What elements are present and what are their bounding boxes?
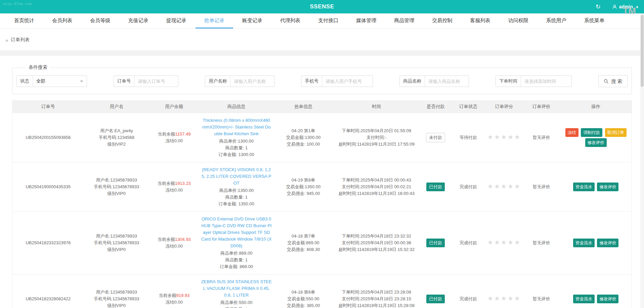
- tab-member-list[interactable]: 会员列表: [43, 13, 81, 29]
- quantity-line: 商品数量: 1: [201, 306, 271, 308]
- tab-grab-order-records[interactable]: 抢单记录: [196, 13, 233, 29]
- balance-line: 当前余额1157.49: [151, 131, 197, 138]
- table-row: UB2504182328082422 用户名:12345678933 手机号码:…: [12, 274, 632, 308]
- col-username: 用户名: [84, 101, 149, 113]
- quantity-line: 商品数量: 1: [201, 145, 271, 151]
- order-time-input[interactable]: [521, 76, 571, 87]
- trade-amount-line: 交易金额:1300.00: [276, 134, 331, 141]
- search-button[interactable]: 搜 索: [598, 75, 628, 87]
- phone-line: 手机号码:1234568: [86, 134, 147, 141]
- tab-access-permissions[interactable]: 访问权限: [500, 13, 537, 29]
- search-panel: 条件搜索 状态 全部 订单号 用户名称 手机号: [12, 64, 632, 94]
- fund-flow-button[interactable]: 资金流水: [573, 239, 595, 247]
- col-actions: 操作: [560, 101, 632, 113]
- tab-withdraw-records[interactable]: 提现记录: [158, 13, 195, 29]
- order-no-input[interactable]: [134, 76, 178, 87]
- fund-flow-button[interactable]: 资金流水: [573, 295, 595, 303]
- balance-line: 当前余额919.93: [151, 292, 197, 299]
- level-line: 级别VIP0: [86, 246, 147, 253]
- tab-member-level[interactable]: 会员等级: [81, 13, 119, 29]
- main-nav: 首页统计 会员列表 会员等级 充值记录 提现记录 抢单记录 账变记录 代理列表 …: [0, 13, 644, 29]
- level-line: 级别VIP2: [86, 141, 147, 148]
- order-no-field-group: 订单号: [114, 75, 179, 87]
- order-review-text: 暂无评价: [533, 240, 550, 245]
- grab-seq-line: 04-19 第8单: [276, 177, 331, 184]
- user-name-input[interactable]: [230, 76, 274, 87]
- breadcrumb: » 订单列表: [0, 29, 644, 50]
- tab-recharge-records[interactable]: 充值记录: [119, 13, 157, 29]
- col-time: 时间: [333, 101, 420, 113]
- product-name-field-group: 商品名称: [399, 75, 469, 87]
- edit-review-button[interactable]: 修改评价: [585, 138, 607, 147]
- refresh-icon[interactable]: ↻: [596, 4, 601, 10]
- order-status-text: 完成付款: [460, 296, 477, 301]
- search-panel-legend: 条件搜索: [26, 64, 50, 70]
- product-link[interactable]: ORICO External DVD Drive USB3.0 HUB Type…: [201, 216, 271, 249]
- orders-table: 订单号 用户名 用户余额 商品信息 抢单信息 时间 是否付款 订单状态 订单评分…: [12, 100, 632, 308]
- order-review-text: 暂无评价: [533, 296, 550, 301]
- caret-down-icon: [80, 81, 83, 84]
- edit-review-button[interactable]: 修改评价: [597, 183, 618, 191]
- quantity-line: 商品数量: 1: [201, 194, 271, 201]
- cancel-order-button[interactable]: 取消订单: [605, 128, 627, 137]
- fund-flow-button[interactable]: 资金流水: [573, 183, 595, 191]
- pay-status-badge: 未付款: [426, 133, 445, 142]
- balance-line: 当前余额1913.23: [151, 180, 197, 187]
- order-status-text: 等待付款: [460, 135, 477, 140]
- col-order-no: 订单号: [12, 101, 84, 113]
- product-link[interactable]: {READY STOCK} VISIONS 0.8, 1.25, 2.25 LI…: [201, 166, 271, 187]
- page-divider: [0, 50, 644, 56]
- tab-trade-control[interactable]: 交易控制: [423, 13, 461, 29]
- tab-media-management[interactable]: 媒体管理: [347, 13, 385, 29]
- timeout-time-line: 超时时间:1142819年11月19日 16:00:43: [335, 190, 418, 197]
- tab-agent-list[interactable]: 代理列表: [271, 13, 309, 29]
- product-name-input[interactable]: [425, 76, 469, 87]
- status-select[interactable]: 全部: [33, 76, 87, 87]
- tab-payment-api[interactable]: 支付接口: [309, 13, 347, 29]
- vertical-scrollbar: [640, 13, 644, 308]
- phone-input[interactable]: [322, 76, 373, 87]
- order-no: UB2504190000435335: [26, 184, 71, 189]
- trade-amount-line: 交易金额:869.00: [276, 240, 331, 246]
- tab-balance-change-records[interactable]: 账变记录: [233, 13, 271, 29]
- timeout-time-line: 超时时间:1142819年11月19日 15:28:08: [335, 302, 418, 308]
- unit-price-line: 商品单价:1300.00: [201, 138, 271, 145]
- app-header: vvip.07ym.com SSENSE ↻ admin ∧: [0, 0, 644, 13]
- page-title: 订单列表: [11, 37, 30, 43]
- order-time-line: 下单时间:2025年04月18日 23:32:32: [335, 233, 418, 240]
- order-amount-line: 订单金额: 1300.00: [201, 151, 271, 158]
- tab-system-menu[interactable]: 系统菜单: [575, 13, 613, 29]
- phone-line: 手机号码:12345678933: [86, 296, 147, 302]
- commission-line: 交易佣金: 608.30: [276, 246, 331, 253]
- force-pay-button[interactable]: 强制付款: [581, 128, 602, 137]
- balance-amount: 1304.93: [175, 237, 191, 242]
- commission-line: 交易佣金: 100.00: [276, 141, 331, 148]
- tab-home-stats[interactable]: 首页统计: [5, 13, 43, 29]
- pay-time-line: 支付时间:-: [335, 134, 418, 141]
- col-order-rating: 订单评分: [485, 101, 523, 113]
- order-status-text: 完成付款: [460, 184, 477, 189]
- tab-product-management[interactable]: 商品管理: [385, 13, 423, 29]
- balance-line: 当前余额1304.93: [151, 236, 197, 243]
- col-pay-status: 是否付款: [420, 101, 451, 113]
- freeze-button[interactable]: 冻结: [565, 128, 578, 137]
- tab-customer-service-list[interactable]: 客服列表: [462, 13, 499, 29]
- star-rating: ★★★★★: [487, 134, 521, 141]
- order-time-line: 下单时间:2025年04月18日 23:28:08: [335, 289, 418, 296]
- table-header-row: 订单号 用户名 用户余额 商品信息 抢单信息 时间 是否付款 订单状态 订单评分…: [12, 101, 632, 113]
- product-link[interactable]: ZEBRA SUS 304 STAINLESS STEEL VACUUM FLA…: [201, 278, 271, 299]
- commission-line: 交易佣金: 385.00: [276, 302, 331, 308]
- pay-status-badge: 已付款: [426, 239, 445, 247]
- chevron-up-icon: ∧: [636, 5, 639, 9]
- username-line: 用户名:12345678933: [86, 289, 147, 296]
- edit-review-button[interactable]: 修改评价: [597, 295, 618, 303]
- order-time-line: 下单时间:2025年04月19日 00:00:43: [335, 177, 418, 184]
- order-review-text: 暂无评价: [533, 184, 550, 189]
- product-link[interactable]: Thickness (0.08mm x 800mmX460mmX200mm)+/…: [201, 117, 271, 137]
- tab-system-users[interactable]: 系统用户: [538, 13, 575, 29]
- edit-review-button[interactable]: 修改评价: [597, 239, 618, 247]
- balance-amount: 919.93: [176, 293, 189, 298]
- table-row: UB2504190000435335 用户名:12345678933 手机号码:…: [12, 162, 632, 212]
- scrollbar-thumb[interactable]: [641, 15, 644, 87]
- grab-seq-line: 04-20 第1单: [276, 127, 331, 134]
